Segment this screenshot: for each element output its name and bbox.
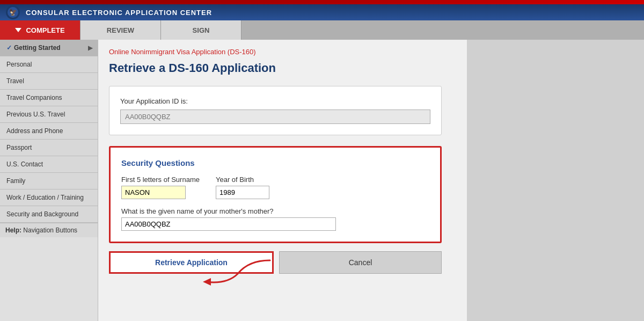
sidebar-item-getting-started[interactable]: ✓ Getting Started ▶ bbox=[0, 40, 98, 56]
app-id-input[interactable] bbox=[120, 110, 430, 124]
tab-sign[interactable]: SIGN bbox=[161, 20, 241, 40]
content-area: Online Nonimmigrant Visa Application (DS… bbox=[98, 40, 467, 321]
sidebar: ✓ Getting Started ▶ Personal Travel Trav… bbox=[0, 40, 98, 321]
seal-icon: 🦅 bbox=[5, 5, 20, 20]
action-area: Retrieve Application Cancel bbox=[109, 251, 442, 274]
surname-input[interactable] bbox=[121, 186, 186, 199]
sidebar-item-travel-companions[interactable]: Travel Companions bbox=[0, 90, 98, 106]
surname-label: First 5 letters of Surname bbox=[121, 176, 200, 184]
sidebar-item-travel[interactable]: Travel bbox=[0, 73, 98, 90]
arrow-right-icon: ▶ bbox=[88, 45, 92, 52]
sidebar-item-address-and-phone[interactable]: Address and Phone bbox=[0, 123, 98, 140]
sidebar-item-security-background[interactable]: Security and Background bbox=[0, 206, 98, 223]
form-group-mother: What is the given name of your mother's … bbox=[121, 207, 429, 231]
tab-bar: COMPLETE REVIEW SIGN bbox=[0, 20, 644, 40]
breadcrumb: Online Nonimmigrant Visa Application (DS… bbox=[109, 48, 456, 56]
cancel-button[interactable]: Cancel bbox=[279, 251, 442, 274]
sidebar-item-previous-us-travel[interactable]: Previous U.S. Travel bbox=[0, 106, 98, 123]
main-layout: ✓ Getting Started ▶ Personal Travel Trav… bbox=[0, 40, 644, 321]
action-row: Retrieve Application Cancel bbox=[109, 251, 442, 274]
mother-label: What is the given name of your mother's … bbox=[121, 207, 429, 215]
security-title: Security Questions bbox=[121, 158, 429, 167]
sidebar-item-work-education[interactable]: Work / Education / Training bbox=[0, 189, 98, 206]
tab-review[interactable]: REVIEW bbox=[80, 20, 161, 40]
mother-input[interactable] bbox=[121, 217, 336, 231]
page-title: Retrieve a DS-160 Application bbox=[109, 61, 456, 75]
help-text: Help: Navigation Buttons bbox=[0, 223, 98, 237]
check-icon: ✓ bbox=[6, 44, 12, 52]
svg-marker-3 bbox=[203, 278, 211, 286]
sidebar-item-us-contact[interactable]: U.S. Contact bbox=[0, 156, 98, 173]
app-id-section: Your Application ID is: bbox=[109, 86, 442, 135]
form-row-top: First 5 letters of Surname Year of Birth bbox=[121, 176, 429, 199]
header-title: CONSULAR ELECTRONIC APPLICATION CENTER bbox=[26, 9, 212, 17]
right-panel bbox=[467, 40, 644, 321]
svg-text:🦅: 🦅 bbox=[9, 8, 17, 16]
form-group-year: Year of Birth bbox=[216, 176, 269, 199]
app-id-label: Your Application ID is: bbox=[120, 97, 430, 105]
sidebar-item-personal[interactable]: Personal bbox=[0, 56, 98, 73]
tab-complete[interactable]: COMPLETE bbox=[0, 20, 80, 40]
security-section: Security Questions First 5 letters of Su… bbox=[109, 146, 442, 243]
sidebar-item-family[interactable]: Family bbox=[0, 173, 98, 189]
sidebar-item-passport[interactable]: Passport bbox=[0, 140, 98, 156]
form-group-surname: First 5 letters of Surname bbox=[121, 176, 200, 199]
year-input[interactable] bbox=[216, 186, 269, 199]
year-label: Year of Birth bbox=[216, 176, 269, 184]
tab-dropdown-icon bbox=[15, 28, 21, 32]
header-bar: 🦅 CONSULAR ELECTRONIC APPLICATION CENTER bbox=[0, 4, 644, 20]
retrieve-application-button[interactable]: Retrieve Application bbox=[109, 251, 274, 274]
